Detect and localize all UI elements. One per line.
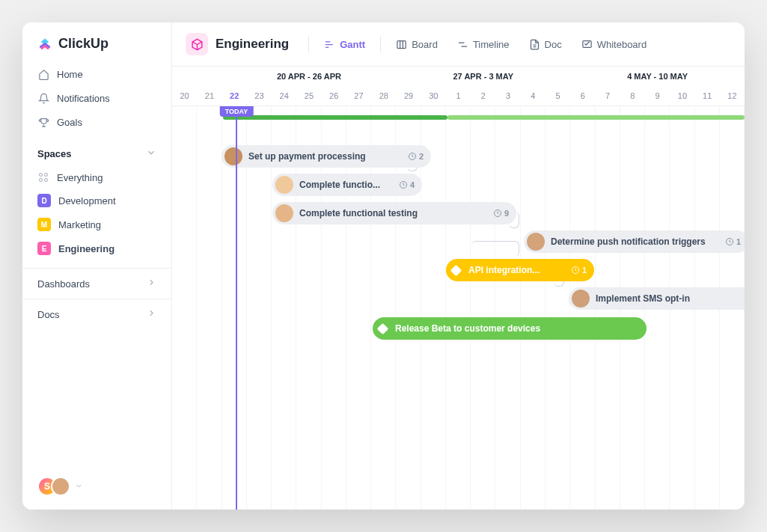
milestone-icon bbox=[377, 322, 389, 334]
day-cell[interactable]: 26 bbox=[322, 86, 346, 106]
task-bar[interactable]: API integration... 1 bbox=[446, 259, 594, 281]
day-cell[interactable]: 4 bbox=[521, 86, 546, 106]
task-bar[interactable]: Release Beta to customer devices bbox=[373, 317, 647, 340]
chevron-right-icon bbox=[147, 278, 156, 290]
space-engineering[interactable]: E Engineering bbox=[22, 236, 171, 260]
week-label: 20 APR - 26 APR bbox=[222, 67, 397, 86]
day-cell[interactable]: 9 bbox=[645, 86, 670, 106]
day-cell[interactable]: 29 bbox=[396, 86, 421, 106]
clickup-logo-icon bbox=[37, 37, 52, 52]
avatar bbox=[572, 290, 590, 308]
task-label: Implement SMS opt-in bbox=[596, 293, 741, 304]
avatar bbox=[224, 147, 242, 165]
nav-home[interactable]: Home bbox=[22, 62, 171, 86]
task-bar[interactable]: Implement SMS opt-in bbox=[569, 287, 745, 310]
space-development[interactable]: D Development bbox=[22, 189, 171, 213]
task-label: API integration... bbox=[468, 265, 565, 275]
brand-name: ClickUp bbox=[58, 36, 109, 52]
home-icon bbox=[37, 68, 49, 80]
space-letter-icon: E bbox=[37, 242, 51, 255]
chevron-down-icon bbox=[75, 480, 83, 493]
day-cell[interactable]: 20 bbox=[172, 86, 197, 106]
day-cell[interactable]: 27 bbox=[346, 86, 371, 106]
view-tab-doc[interactable]: Doc bbox=[522, 34, 569, 55]
day-cell[interactable]: 21 bbox=[197, 86, 221, 106]
day-cell[interactable]: 22 bbox=[222, 86, 247, 106]
space-letter-icon: D bbox=[37, 194, 51, 207]
day-cell[interactable]: 30 bbox=[421, 86, 446, 106]
section-docs[interactable]: Docs bbox=[22, 299, 171, 329]
today-badge: TODAY bbox=[220, 106, 254, 117]
task-label: Set up payment processing bbox=[248, 151, 402, 162]
day-cell[interactable]: 3 bbox=[495, 86, 520, 106]
week-label: 4 MAY - 10 MAY bbox=[570, 67, 745, 86]
task-subtask-count: 2 bbox=[408, 152, 424, 161]
space-everything[interactable]: Everything bbox=[22, 166, 171, 189]
nav-label: Home bbox=[57, 69, 83, 80]
avatar bbox=[275, 176, 293, 194]
day-cell[interactable]: 24 bbox=[272, 86, 296, 106]
section-dashboards[interactable]: Dashboards bbox=[22, 268, 171, 299]
spaces-header[interactable]: Spaces bbox=[22, 134, 171, 166]
task-label: Determine push notification triggers bbox=[551, 236, 719, 247]
day-cell[interactable]: 8 bbox=[620, 86, 645, 106]
timeline-header: 20 APR - 26 APR27 APR - 3 MAY4 MAY - 10 … bbox=[172, 67, 745, 106]
day-cell[interactable]: 7 bbox=[596, 86, 620, 106]
nav-goals[interactable]: Goals bbox=[22, 110, 171, 134]
avatar bbox=[51, 477, 70, 496]
progress-bar bbox=[223, 115, 447, 120]
avatar bbox=[275, 204, 293, 222]
view-tab-gantt[interactable]: Gantt bbox=[317, 34, 373, 55]
task-subtask-count: 9 bbox=[493, 209, 509, 218]
logo[interactable]: ClickUp bbox=[22, 36, 171, 62]
whiteboard-icon bbox=[581, 39, 593, 50]
day-cell[interactable]: 5 bbox=[546, 86, 570, 106]
page-title: Engineering bbox=[216, 37, 289, 52]
day-cell[interactable]: 23 bbox=[247, 86, 272, 106]
chevron-down-icon bbox=[146, 147, 156, 160]
day-cell[interactable]: 28 bbox=[371, 86, 396, 106]
day-cell[interactable]: 25 bbox=[296, 86, 321, 106]
day-cell[interactable]: 11 bbox=[695, 86, 720, 106]
space-letter-icon: M bbox=[37, 218, 51, 231]
today-marker: TODAY bbox=[236, 106, 237, 510]
space-badge-icon bbox=[186, 33, 208, 55]
board-icon bbox=[396, 39, 407, 50]
view-tab-timeline[interactable]: Timeline bbox=[450, 34, 517, 55]
week-label: 27 APR - 3 MAY bbox=[396, 67, 570, 86]
task-bar[interactable]: Determine push notification triggers 1 bbox=[524, 230, 745, 253]
nav-notifications[interactable]: Notifications bbox=[22, 86, 171, 110]
avatar bbox=[527, 233, 545, 251]
trophy-icon bbox=[37, 116, 49, 128]
task-bar[interactable]: Complete functio... 4 bbox=[272, 174, 422, 196]
nav-label: Goals bbox=[57, 117, 82, 128]
task-label: Complete functional testing bbox=[299, 208, 487, 218]
task-subtask-count: 4 bbox=[399, 180, 415, 189]
divider bbox=[380, 36, 381, 52]
progress-bar bbox=[447, 115, 745, 120]
space-marketing[interactable]: M Marketing bbox=[22, 213, 171, 236]
day-cell[interactable]: 12 bbox=[720, 86, 745, 106]
everything-icon bbox=[37, 171, 49, 183]
task-subtask-count: 1 bbox=[571, 266, 587, 275]
user-switcher[interactable]: S bbox=[22, 477, 171, 496]
timeline-icon bbox=[457, 39, 468, 50]
day-cell[interactable]: 6 bbox=[570, 86, 595, 106]
task-label: Release Beta to customer devices bbox=[395, 323, 639, 334]
task-subtask-count: 1 bbox=[725, 237, 741, 246]
bell-icon bbox=[37, 92, 49, 104]
day-cell[interactable]: 10 bbox=[670, 86, 694, 106]
svg-rect-0 bbox=[397, 40, 406, 48]
gantt-icon bbox=[324, 39, 335, 50]
day-cell[interactable]: 1 bbox=[446, 86, 471, 106]
view-tab-board[interactable]: Board bbox=[388, 34, 445, 55]
task-bar[interactable]: Complete functional testing 9 bbox=[272, 202, 516, 224]
view-tab-whiteboard[interactable]: Whiteboard bbox=[574, 34, 654, 55]
header: Engineering Gantt Board Timeline Doc W bbox=[172, 22, 745, 67]
task-label: Complete functio... bbox=[299, 180, 393, 190]
day-cell[interactable]: 2 bbox=[471, 86, 495, 106]
doc-icon bbox=[529, 39, 540, 50]
chevron-right-icon bbox=[147, 308, 156, 320]
gantt-body[interactable]: TODAY Set up payment processing 2 Comple… bbox=[172, 106, 745, 510]
task-bar[interactable]: Set up payment processing 2 bbox=[221, 145, 431, 168]
